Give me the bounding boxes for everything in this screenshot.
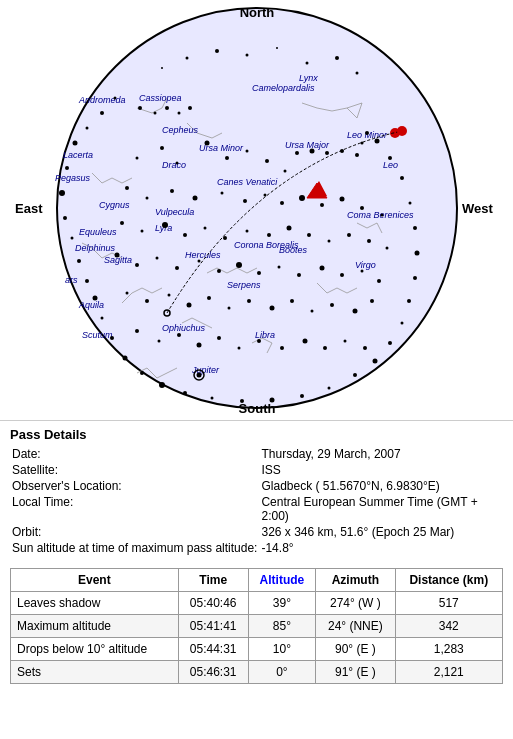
svg-point-78 [388,341,392,345]
svg-text:Leo: Leo [383,160,398,170]
svg-point-128 [217,269,221,273]
table-cell: 39° [248,592,316,615]
svg-point-65 [100,316,103,319]
table-row: Leaves shadow05:40:4639°274° (W )517 [11,592,503,615]
svg-point-165 [397,126,407,136]
svg-point-146 [310,309,313,312]
pass-detail-label: Local Time: [10,494,259,524]
svg-point-105 [320,203,324,207]
svg-point-131 [277,265,280,268]
svg-point-145 [290,299,294,303]
svg-point-42 [138,106,142,110]
table-cell: 85° [248,615,316,638]
svg-point-124 [135,263,139,267]
svg-text:Serpens: Serpens [227,280,261,290]
svg-point-75 [327,386,330,389]
svg-point-158 [302,338,307,343]
svg-point-57 [72,140,77,145]
table-cell: 90° (E ) [316,638,395,661]
svg-point-144 [269,305,274,310]
svg-point-92 [225,156,229,160]
svg-text:Canes Venatici: Canes Venatici [217,177,278,187]
svg-point-110 [140,229,143,232]
svg-text:Aquila: Aquila [78,300,104,310]
svg-point-99 [192,195,197,200]
pass-detail-label: Orbit: [10,524,259,540]
svg-point-87 [374,138,379,143]
svg-point-137 [125,291,128,294]
svg-point-141 [207,296,211,300]
pass-detail-label: Sun altitude at time of maximum pass alt… [10,540,259,556]
svg-point-64 [92,295,97,300]
svg-text:Pegasus: Pegasus [55,173,91,183]
svg-point-108 [380,213,383,216]
svg-text:Hercules: Hercules [185,250,221,260]
table-row: Maximum altitude05:41:4185°24° (NNE)342 [11,615,503,638]
svg-point-100 [220,191,223,194]
svg-point-113 [203,226,206,229]
svg-point-103 [280,201,284,205]
svg-point-70 [183,391,187,395]
table-cell: 10° [248,638,316,661]
svg-point-62 [77,259,81,263]
svg-point-36 [245,53,248,56]
table-cell: 05:41:41 [178,615,248,638]
svg-point-38 [305,61,308,64]
svg-point-47 [295,151,299,155]
svg-text:Cygnus: Cygnus [99,200,130,210]
svg-point-86 [388,156,392,160]
table-cell: 2,121 [395,661,502,684]
svg-point-48 [309,148,314,153]
table-cell: 274° (W ) [316,592,395,615]
svg-point-40 [161,67,163,69]
svg-point-45 [177,111,180,114]
svg-point-106 [339,196,344,201]
north-label: North [239,5,274,20]
svg-point-59 [59,190,65,196]
svg-point-143 [247,299,251,303]
svg-point-129 [236,262,242,268]
svg-point-41 [355,71,358,74]
table-cell: 517 [395,592,502,615]
svg-point-82 [414,250,419,255]
pass-detail-value: Central European Summer Time (GMT + 2:00… [259,494,503,524]
svg-point-116 [267,233,271,237]
svg-text:Delphinus: Delphinus [75,243,116,253]
svg-point-122 [385,246,388,249]
svg-point-60 [63,216,67,220]
svg-point-119 [327,239,330,242]
svg-point-76 [353,373,357,377]
pass-details-table: Date:Thursday, 29 March, 2007Satellite:I… [10,446,503,556]
svg-text:Draco: Draco [162,160,186,170]
svg-point-49 [325,151,329,155]
svg-point-72 [240,399,244,403]
events-col-header: Distance (km) [395,569,502,592]
svg-point-79 [400,321,403,324]
svg-point-123 [114,252,119,257]
table-cell: 05:44:31 [178,638,248,661]
svg-text:Boötes: Boötes [279,245,308,255]
svg-text:Cassiopea: Cassiopea [139,93,182,103]
table-cell: 342 [395,615,502,638]
svg-text:ars: ars [65,275,78,285]
svg-point-101 [243,199,247,203]
svg-point-154 [217,336,221,340]
svg-point-138 [145,299,149,303]
table-cell: 0° [248,661,316,684]
events-col-header: Azimuth [316,569,395,592]
svg-point-111 [162,222,168,228]
svg-point-56 [85,126,88,129]
svg-point-61 [70,236,73,239]
svg-text:Lynx: Lynx [299,73,318,83]
svg-point-43 [153,111,156,114]
pass-detail-value: Thursday, 29 March, 2007 [259,446,503,462]
svg-point-90 [175,161,178,164]
svg-point-127 [197,259,200,262]
svg-point-84 [408,201,411,204]
pass-detail-value: -14.8° [259,540,503,556]
svg-point-151 [157,339,160,342]
svg-text:Libra: Libra [255,330,275,340]
svg-point-39 [335,56,339,60]
svg-point-94 [265,159,269,163]
svg-point-107 [360,206,364,210]
